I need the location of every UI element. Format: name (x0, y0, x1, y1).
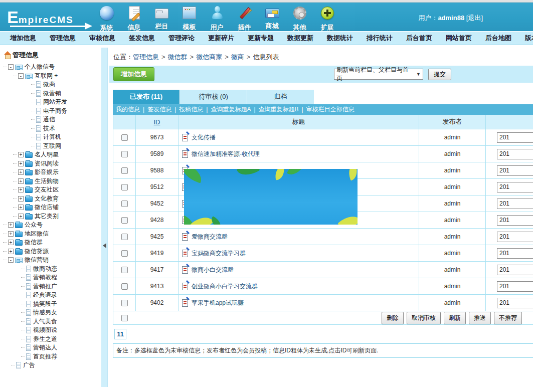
logout-link[interactable]: [退出] (466, 14, 483, 22)
tree-expander-icon[interactable]: + (18, 161, 24, 166)
nav-item[interactable]: 审核信息 (89, 34, 115, 43)
row-checkbox[interactable] (121, 201, 128, 207)
filter-link[interactable]: 查询重复标题A (211, 105, 251, 114)
row-id-link[interactable]: 9417 (150, 266, 164, 273)
sidebar-item[interactable]: 微商动态 (0, 265, 101, 274)
nav-item[interactable]: 数据更新 (287, 34, 313, 43)
top-menu-folder[interactable]: 栏目 (148, 6, 175, 33)
tree-expander-icon[interactable]: + (8, 231, 14, 237)
row-id-link[interactable]: 9673 (150, 134, 164, 141)
filter-link[interactable]: 查询重复标题B (259, 105, 299, 114)
row-checkbox[interactable] (121, 250, 128, 257)
sidebar-item[interactable]: 视频图说 (0, 326, 101, 335)
nav-item[interactable]: 增加信息 (10, 34, 36, 43)
row-id-link[interactable]: 9428 (150, 217, 164, 224)
sidebar-item[interactable]: +微信店铺 (0, 203, 101, 212)
sidebar-item[interactable]: 情感男女 (0, 308, 101, 317)
row-checkbox[interactable] (121, 134, 128, 141)
tab-item[interactable]: 待审核 (0) (180, 90, 247, 104)
tree-expander-icon[interactable]: + (18, 178, 24, 184)
nav-item[interactable]: 管理评论 (168, 34, 195, 43)
row-title-link[interactable]: 创业微商小白学习交流群 (192, 282, 258, 291)
tree-expander-icon[interactable]: + (8, 240, 14, 245)
sidebar-item[interactable]: 营销推广 (0, 282, 101, 291)
top-menu-gear[interactable]: 其他 (286, 6, 313, 33)
nav-item[interactable]: 版本更新 (525, 34, 533, 43)
tree-expander-icon[interactable]: - (8, 64, 14, 70)
sidebar-item[interactable]: +微信群 (0, 238, 101, 247)
nav-item[interactable]: 网站首页 (446, 34, 472, 43)
filter-link[interactable]: 签发信息 (147, 105, 171, 114)
sidebar-item[interactable]: 电子商务 (0, 107, 101, 116)
refresh-scope-select[interactable]: 刷新当前栏目、父栏目与首页 ▼ (334, 69, 423, 80)
tree-expander-icon[interactable]: + (8, 249, 14, 254)
nav-item[interactable]: 后台地图 (485, 34, 511, 43)
top-menu-plus[interactable]: 扩展 (313, 6, 341, 33)
top-menu-user[interactable]: 用户 (203, 6, 231, 33)
row-title-link[interactable]: 苹果手机app试玩赚 (192, 299, 244, 307)
top-menu-card[interactable]: 商城 (258, 6, 286, 33)
row-checkbox[interactable] (121, 217, 128, 224)
tree-expander-icon[interactable]: - (18, 73, 24, 79)
sidebar-item[interactable]: 首页推荐 (0, 352, 101, 361)
row-id-link[interactable]: 9419 (150, 250, 164, 257)
action-button[interactable]: 不推荐 (494, 312, 522, 324)
sidebar-item[interactable]: 技术 (0, 124, 101, 133)
row-checkbox[interactable] (121, 151, 128, 157)
sidebar-item[interactable]: 搞笑段子 (0, 300, 101, 309)
row-id-link[interactable]: 9402 (150, 299, 164, 306)
sidebar-item[interactable]: +交友社区 (0, 185, 101, 194)
row-title-link[interactable]: 微商小白交流群 (192, 266, 234, 274)
sidebar-item[interactable]: 微营销 (0, 89, 101, 98)
nav-item[interactable]: 管理信息 (50, 34, 76, 43)
sidebar-item[interactable]: 微商 (0, 80, 101, 89)
action-button[interactable]: 删除 (382, 312, 404, 324)
row-id-link[interactable]: 9589 (150, 150, 164, 157)
nav-item[interactable]: 排行统计 (367, 34, 393, 43)
nav-item[interactable]: 更新碎片 (208, 34, 234, 43)
breadcrumb-link[interactable]: 微信商家 (196, 53, 222, 61)
sidebar-item[interactable]: 营销达人 (0, 343, 101, 352)
sidebar-item[interactable]: -微信营销 (0, 256, 101, 265)
row-title-link[interactable]: 爱微商交流群 (192, 233, 228, 241)
sidebar-splitter[interactable] (101, 48, 108, 387)
tab-active[interactable]: 已发布 (11) (113, 90, 180, 104)
sidebar-item[interactable]: 营销教程 (0, 273, 101, 282)
sidebar-item[interactable]: +公众号 (0, 221, 101, 230)
row-id-link[interactable]: 9588 (150, 167, 164, 174)
tree-expander-icon[interactable]: + (18, 169, 24, 175)
row-title-link[interactable]: 微信速加精准客源-收代理 (192, 150, 260, 158)
filter-link[interactable]: 审核栏目全部信息 (306, 105, 354, 114)
column-id-sort-link[interactable]: ID (154, 118, 160, 126)
select-all-checkbox[interactable] (121, 315, 128, 321)
top-menu-window[interactable]: 模板 (175, 6, 203, 33)
breadcrumb-link[interactable]: 微商 (231, 53, 244, 61)
row-checkbox[interactable] (121, 184, 128, 190)
sidebar-item[interactable]: 养生之道 (0, 335, 101, 344)
nav-item[interactable]: 数据统计 (327, 34, 353, 43)
action-button[interactable]: 推送 (469, 312, 491, 324)
sidebar-item[interactable]: 广告 (0, 361, 101, 370)
breadcrumb-link[interactable]: 微信群 (168, 53, 188, 61)
sidebar-item[interactable]: +文化教育 (0, 194, 101, 204)
tree-expander-icon[interactable]: + (18, 214, 24, 219)
row-title-link[interactable]: 宝妈微商交流学习群 (192, 249, 246, 258)
sidebar-item[interactable]: 网站开发 (0, 98, 101, 107)
action-button[interactable]: 刷新 (444, 312, 466, 324)
sidebar-item[interactable]: +资讯阅读 (0, 159, 101, 168)
row-checkbox[interactable] (121, 283, 128, 290)
sidebar-item[interactable]: +其它类别 (0, 212, 101, 221)
action-button[interactable]: 取消审核 (407, 312, 441, 324)
tree-expander-icon[interactable]: + (18, 196, 24, 202)
sidebar-item[interactable]: +名人明星 (0, 150, 101, 159)
row-checkbox[interactable] (121, 267, 128, 273)
tree-expander-icon[interactable]: + (18, 187, 24, 192)
sidebar-item[interactable]: +生活购物 (0, 177, 101, 186)
page-number[interactable]: 11 (114, 329, 126, 339)
sidebar-item[interactable]: -互联网 + (0, 72, 101, 81)
submit-button[interactable]: 提交 (428, 69, 451, 80)
row-id-link[interactable]: 9425 (150, 233, 164, 240)
row-checkbox[interactable] (121, 300, 128, 306)
sidebar-item[interactable]: 通信 (0, 115, 101, 124)
row-checkbox[interactable] (121, 234, 128, 240)
